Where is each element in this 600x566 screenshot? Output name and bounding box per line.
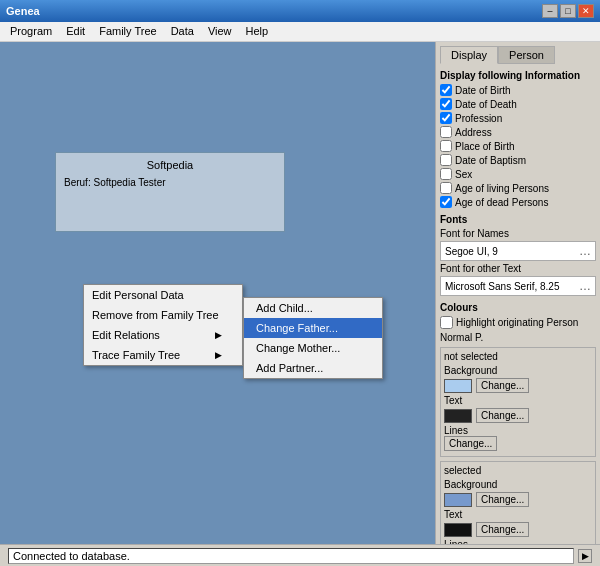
ctx-remove-family[interactable]: Remove from Family Tree: [84, 305, 242, 325]
app-title: Genea: [6, 5, 40, 17]
not-selected-text-row: Change...: [444, 408, 592, 423]
selected-lines-row: Lines Change...: [444, 539, 592, 544]
not-selected-text-swatch: [444, 409, 472, 423]
sub-add-child[interactable]: Add Child...: [244, 298, 382, 318]
menu-bar: ProgramEditFamily TreeDataViewHelp: [0, 22, 600, 42]
not-selected-lines-row: Lines Change...: [444, 425, 592, 451]
not-selected-bg-swatch: [444, 379, 472, 393]
person-card-name: Softpedia: [64, 159, 276, 171]
minimize-button[interactable]: –: [542, 4, 558, 18]
tree-panel[interactable]: Softpedia Beruf: Softpedia Tester Edit P…: [0, 42, 435, 544]
not-selected-text-change[interactable]: Change...: [476, 408, 529, 423]
font-other-box[interactable]: Microsoft Sans Serif, 8.25 …: [440, 276, 596, 296]
not-selected-text-label: Text: [444, 395, 592, 406]
cb-sex: Sex: [440, 168, 596, 180]
fonts-title: Fonts: [440, 214, 596, 225]
not-selected-title: not selected: [444, 351, 592, 362]
sub-change-father[interactable]: Change Father...: [244, 318, 382, 338]
person-card-detail: Beruf: Softpedia Tester: [64, 177, 276, 188]
main-layout: Softpedia Beruf: Softpedia Tester Edit P…: [0, 42, 600, 544]
menu-item-program[interactable]: Program: [4, 24, 58, 39]
not-selected-bg-label: Background: [444, 365, 592, 376]
not-selected-bg-change[interactable]: Change...: [476, 378, 529, 393]
cb-date-baptism: Date of Baptism: [440, 154, 596, 166]
title-bar: Genea – □ ✕: [0, 0, 600, 22]
person-card[interactable]: Softpedia Beruf: Softpedia Tester: [55, 152, 285, 232]
cb-date-birth: Date of Birth: [440, 84, 596, 96]
status-scroll[interactable]: ▶: [578, 549, 592, 563]
cb-age-living: Age of living Persons: [440, 182, 596, 194]
close-button[interactable]: ✕: [578, 4, 594, 18]
not-selected-lines-label: Lines: [444, 425, 592, 436]
cb-address: Address: [440, 126, 596, 138]
normal-p-label: Normal P.: [440, 332, 596, 343]
sub-change-mother[interactable]: Change Mother...: [244, 338, 382, 358]
cb-profession: Profession: [440, 112, 596, 124]
menu-item-data[interactable]: Data: [165, 24, 200, 39]
selected-bg-swatch: [444, 493, 472, 507]
cb-age-dead: Age of dead Persons: [440, 196, 596, 208]
menu-item-family-tree[interactable]: Family Tree: [93, 24, 162, 39]
selected-text-change[interactable]: Change...: [476, 522, 529, 537]
colours-title: Colours: [440, 302, 596, 313]
selected-box: selected Background Change... Text Chang…: [440, 461, 596, 544]
font-names-label: Font for Names: [440, 228, 596, 239]
not-selected-lines-change[interactable]: Change...: [444, 436, 497, 451]
ctx-trace-family[interactable]: Trace Family Tree: [84, 345, 242, 365]
menu-item-help[interactable]: Help: [240, 24, 275, 39]
selected-title: selected: [444, 465, 592, 476]
selected-bg-label: Background: [444, 479, 592, 490]
status-bar: Connected to database. ▶: [0, 544, 600, 566]
status-text: Connected to database.: [8, 548, 574, 564]
right-panel: Display Person Display following Informa…: [435, 42, 600, 544]
highlight-row: Highlight originating Person: [440, 316, 596, 329]
maximize-button[interactable]: □: [560, 4, 576, 18]
context-menu: Edit Personal Data Remove from Family Tr…: [83, 284, 243, 366]
not-selected-box: not selected Background Change... Text C…: [440, 347, 596, 457]
cb-place-birth: Place of Birth: [440, 140, 596, 152]
tab-display[interactable]: Display: [440, 46, 498, 64]
ctx-edit-personal[interactable]: Edit Personal Data: [84, 285, 242, 305]
ctx-edit-relations[interactable]: Edit Relations: [84, 325, 242, 345]
menu-item-view[interactable]: View: [202, 24, 238, 39]
display-info-title: Display following Information: [440, 70, 596, 81]
tab-person[interactable]: Person: [498, 46, 555, 64]
font-other-label: Font for other Text: [440, 263, 596, 274]
submenu: Add Child... Change Father... Change Mot…: [243, 297, 383, 379]
selected-lines-label: Lines: [444, 539, 592, 544]
tabs: Display Person: [440, 46, 596, 64]
selected-text-row: Change...: [444, 522, 592, 537]
menu-item-edit[interactable]: Edit: [60, 24, 91, 39]
not-selected-bg-row: Change...: [444, 378, 592, 393]
selected-bg-change[interactable]: Change...: [476, 492, 529, 507]
cb-date-death: Date of Death: [440, 98, 596, 110]
selected-text-swatch: [444, 523, 472, 537]
font-names-dots: …: [579, 244, 591, 258]
title-bar-buttons: – □ ✕: [542, 4, 594, 18]
font-names-box[interactable]: Segoe UI, 9 …: [440, 241, 596, 261]
selected-text-label: Text: [444, 509, 592, 520]
selected-bg-row: Change...: [444, 492, 592, 507]
font-other-dots: …: [579, 279, 591, 293]
sub-add-partner[interactable]: Add Partner...: [244, 358, 382, 378]
